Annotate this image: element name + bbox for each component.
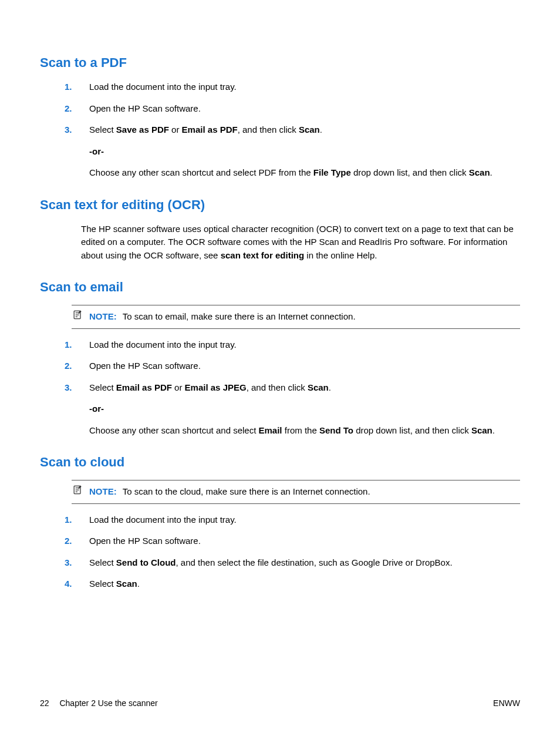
heading-scan-ocr: Scan text for editing (OCR) [40, 195, 520, 214]
heading-scan-to-pdf: Scan to a PDF [40, 53, 520, 72]
footer-left: 22 Chapter 2 Use the scanner [40, 697, 158, 710]
alt-text: Choose any other scan shortcut and selec… [89, 424, 520, 438]
note-box: NOTE:To scan to email, make sure there i… [72, 305, 520, 329]
list-item: 2. Open the HP Scan software. [89, 359, 520, 373]
heading-scan-email: Scan to email [40, 277, 520, 297]
step-text: Load the document into the input tray. [89, 515, 237, 525]
page-number: 22 [40, 698, 49, 708]
or-text: -or- [89, 402, 520, 416]
note-label: NOTE: [89, 311, 117, 321]
list-item: 2. Open the HP Scan software. [89, 535, 520, 548]
alt-text: Choose any other scan shortcut and selec… [89, 166, 520, 180]
list-item: 1. Load the document into the input tray… [89, 338, 520, 352]
chapter-label: Chapter 2 Use the scanner [59, 698, 157, 708]
step-number: 2. [65, 359, 72, 373]
step-number: 3. [65, 123, 72, 137]
heading-scan-cloud: Scan to cloud [40, 452, 520, 472]
ocr-paragraph: The HP scanner software uses optical cha… [40, 223, 520, 263]
list-item: 2. Open the HP Scan software. [89, 102, 520, 116]
step-text: Select Email as PDF or Email as JPEG, an… [89, 382, 331, 392]
step-text: Open the HP Scan software. [89, 361, 201, 371]
step-text: Open the HP Scan software. [89, 536, 201, 546]
list-item: 1. Load the document into the input tray… [89, 80, 520, 94]
step-number: 2. [65, 535, 72, 548]
list-item: 3. Select Save as PDF or Email as PDF, a… [89, 123, 520, 180]
note-icon [72, 484, 83, 496]
step-number: 3. [65, 381, 72, 395]
step-number: 4. [65, 577, 72, 591]
step-text: Select Save as PDF or Email as PDF, and … [89, 125, 322, 135]
step-number: 1. [65, 80, 72, 94]
step-text: Select Scan. [89, 579, 140, 589]
list-pdf: 1. Load the document into the input tray… [40, 80, 520, 180]
step-text: Load the document into the input tray. [89, 340, 237, 350]
footer-right: ENWW [493, 697, 520, 710]
list-item: 3. Select Email as PDF or Email as JPEG,… [89, 381, 520, 438]
list-item: 4. Select Scan. [89, 577, 520, 591]
step-text: Load the document into the input tray. [89, 82, 237, 92]
note-label: NOTE: [89, 486, 117, 496]
step-number: 1. [65, 513, 72, 527]
note-text: To scan to the cloud, make sure there is… [123, 486, 370, 496]
step-number: 3. [65, 556, 72, 570]
step-text: Select Send to Cloud, and then select th… [89, 557, 453, 567]
page-footer: 22 Chapter 2 Use the scanner ENWW [40, 697, 520, 710]
note-text: To scan to email, make sure there is an … [123, 311, 356, 321]
list-item: 1. Load the document into the input tray… [89, 513, 520, 527]
or-text: -or- [89, 145, 520, 159]
note-icon [72, 309, 83, 321]
list-cloud: 1. Load the document into the input tray… [40, 513, 520, 591]
list-item: 3. Select Send to Cloud, and then select… [89, 556, 520, 570]
step-number: 1. [65, 338, 72, 352]
note-box: NOTE:To scan to the cloud, make sure the… [72, 480, 520, 504]
step-text: Open the HP Scan software. [89, 103, 201, 113]
step-number: 2. [65, 102, 72, 116]
list-email: 1. Load the document into the input tray… [40, 338, 520, 438]
